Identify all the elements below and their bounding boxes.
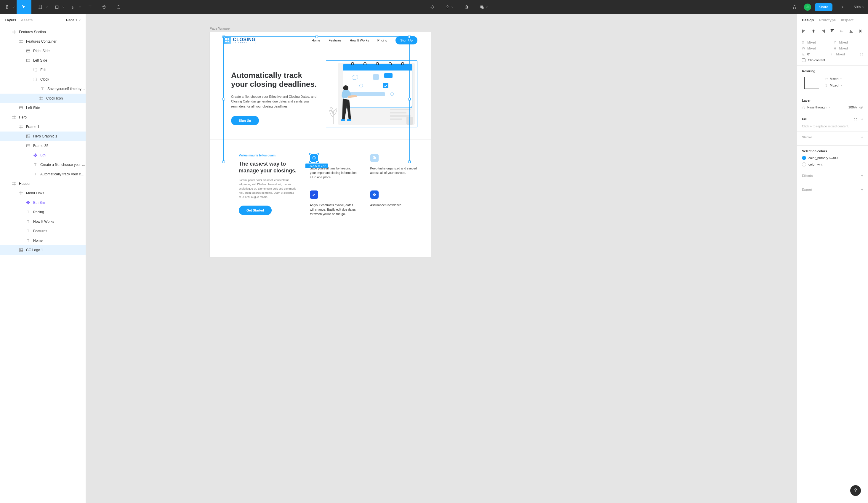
pen-tool-button[interactable] xyxy=(66,0,81,14)
selection-color-row[interactable]: color_wht xyxy=(802,162,863,166)
effects-section: Effects + xyxy=(797,170,868,184)
figma-menu-button[interactable] xyxy=(0,0,14,14)
h-field[interactable]: HMixed xyxy=(834,47,864,50)
layer-row[interactable]: Frame 1 xyxy=(0,122,86,132)
pen-tool-caret-icon[interactable] xyxy=(79,0,81,14)
move-tool-button[interactable] xyxy=(17,0,31,14)
align-right-icon[interactable] xyxy=(821,29,826,34)
layer-row[interactable]: Hero xyxy=(0,113,86,122)
comp-icon xyxy=(26,201,30,205)
shape-tool-caret-icon[interactable] xyxy=(62,0,64,14)
avatar[interactable]: J xyxy=(804,3,811,11)
rotation-field[interactable]: 0° xyxy=(802,52,829,56)
w-field[interactable]: WMixed xyxy=(802,47,831,50)
align-left-icon[interactable] xyxy=(802,29,807,34)
tab-assets[interactable]: Assets xyxy=(21,18,33,22)
layer-row[interactable]: Header xyxy=(0,179,86,188)
comment-tool-button[interactable] xyxy=(111,0,126,14)
distribute-icon[interactable] xyxy=(858,29,863,34)
y-field[interactable]: YMixed xyxy=(834,41,864,44)
layer-row[interactable]: Features Container xyxy=(0,37,86,46)
align-bottom-icon[interactable] xyxy=(849,29,854,34)
layer-row[interactable]: Menu Links xyxy=(0,188,86,198)
visibility-toggle-icon[interactable] xyxy=(859,105,863,109)
independent-corners-icon[interactable] xyxy=(860,52,863,56)
layer-row[interactable]: Frame 35 xyxy=(0,141,86,151)
align-top-icon[interactable] xyxy=(830,29,835,34)
page-selector[interactable]: Page 1 xyxy=(66,18,81,22)
headphones-icon[interactable] xyxy=(789,0,800,14)
layer-row[interactable]: Save yourself time by… xyxy=(0,84,86,94)
component-menu-button[interactable] xyxy=(445,5,454,10)
layer-row[interactable]: Pricing xyxy=(0,207,86,217)
reset-instance-button[interactable] xyxy=(426,0,438,14)
layer-row[interactable]: Edit xyxy=(0,65,86,75)
resizing-horizontal-dropdown[interactable]: Mixed xyxy=(825,77,843,81)
layer-row[interactable]: Left Side xyxy=(0,56,86,65)
export-title: Export xyxy=(802,188,812,191)
effects-add-button[interactable]: + xyxy=(861,173,863,178)
resizing-vertical-dropdown[interactable]: Mixed xyxy=(825,83,843,87)
layer-row[interactable]: Features xyxy=(0,226,86,236)
styles-icon[interactable] xyxy=(854,117,857,121)
tab-prototype[interactable]: Prototype xyxy=(819,18,836,22)
mask-button[interactable] xyxy=(461,0,473,14)
layer-row[interactable]: CC Logo 1 xyxy=(0,245,86,255)
layer-label: Frame 1 xyxy=(26,125,39,129)
boolean-ops-button[interactable] xyxy=(479,5,488,10)
clip-content-checkbox[interactable] xyxy=(802,58,806,62)
layer-tree[interactable]: Features SectionFeatures ContainerRight … xyxy=(0,26,86,503)
layer-row[interactable]: How It Works xyxy=(0,217,86,226)
layer-row[interactable]: Features Section xyxy=(0,27,86,37)
layer-row[interactable]: Btn Sm xyxy=(0,198,86,207)
layer-row[interactable]: Automatically track your c… xyxy=(0,170,86,179)
x-field[interactable]: XMixed xyxy=(802,41,831,44)
resizing-constraints-box[interactable] xyxy=(804,77,819,89)
fill-section: Fill + Click + to replace mixed content. xyxy=(797,113,868,132)
page-hero: Automatically track your closing deadlin… xyxy=(210,49,431,140)
figma-menu-caret-icon[interactable] xyxy=(12,0,15,14)
tab-inspect[interactable]: Inspect xyxy=(841,18,854,22)
share-button[interactable]: Share xyxy=(815,3,833,11)
help-button[interactable]: ? xyxy=(850,485,861,496)
page-frame[interactable]: CLOSING CALENDAR Home Features How It Wo… xyxy=(210,32,431,257)
stroke-add-button[interactable]: + xyxy=(861,135,863,140)
fill-add-button[interactable]: + xyxy=(861,117,863,122)
shape-tool-button[interactable] xyxy=(50,0,64,14)
frame-tool-button[interactable] xyxy=(33,0,48,14)
layer-row[interactable]: Home xyxy=(0,236,86,245)
canvas[interactable]: Page Wrapper CLOSING CALENDAR Home Featu… xyxy=(86,14,797,503)
feature-item: As your contracts evolve, dates will cha… xyxy=(310,191,357,217)
right-tabs: Design Prototype Inspect xyxy=(797,14,868,26)
resizing-title: Resizing xyxy=(802,69,863,73)
zoom-dropdown[interactable]: 59% xyxy=(851,5,865,9)
layer-row[interactable]: Right Side xyxy=(0,46,86,56)
selection-color-row[interactable]: color_primary1--300 xyxy=(802,156,863,160)
layer-row[interactable]: Clock xyxy=(0,75,86,84)
layer-row[interactable]: Btn xyxy=(0,151,86,160)
radius-field[interactable]: Mixed xyxy=(831,52,858,56)
move-tool-caret-icon[interactable] xyxy=(29,0,31,14)
align-vcenter-icon[interactable] xyxy=(839,29,844,34)
blend-mode-dropdown[interactable]: Pass through xyxy=(802,105,846,109)
align-hcenter-icon[interactable] xyxy=(812,29,816,34)
layer-row[interactable]: Hero Graphic 1 xyxy=(0,132,86,141)
layer-row[interactable]: Clock Icon xyxy=(0,94,86,103)
layer-row[interactable]: Create a file, choose your … xyxy=(0,160,86,170)
export-add-button[interactable]: + xyxy=(861,187,863,192)
frame-tool-caret-icon[interactable] xyxy=(45,0,48,14)
frame2-icon xyxy=(19,191,23,195)
selection-box-clock[interactable] xyxy=(310,154,318,162)
present-button[interactable] xyxy=(836,0,848,14)
hand-tool-button[interactable] xyxy=(97,0,111,14)
layer-section: Layer Pass through 100% xyxy=(797,95,868,113)
selection-box-logo[interactable] xyxy=(223,37,255,44)
text-tool-button[interactable] xyxy=(83,0,97,14)
layer-row[interactable]: Left Side xyxy=(0,103,86,113)
frame-label[interactable]: Page Wrapper xyxy=(210,27,231,30)
opacity-field[interactable]: 100% xyxy=(848,105,857,109)
tab-layers[interactable]: Layers xyxy=(5,18,16,22)
hero-cta-button: Sign Up xyxy=(231,116,259,125)
tab-design[interactable]: Design xyxy=(802,18,814,22)
svg-point-25 xyxy=(856,120,857,120)
